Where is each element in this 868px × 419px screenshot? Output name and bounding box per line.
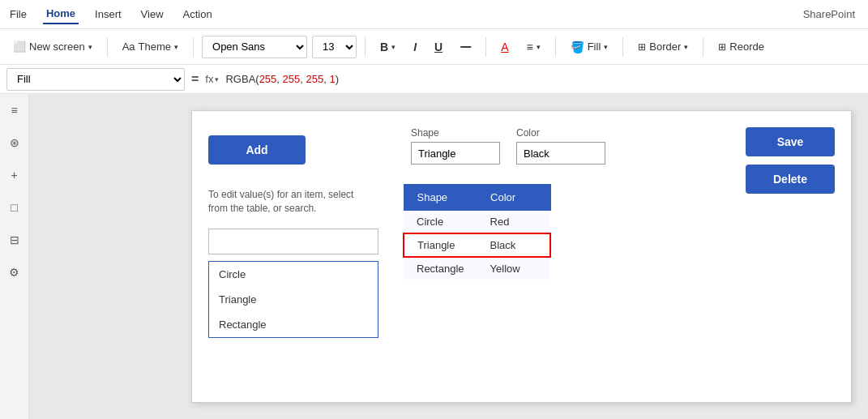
menu-file[interactable]: File [6, 5, 30, 24]
chevron-down-icon-6: ▾ [684, 43, 688, 51]
font-size-select[interactable]: 13 [312, 36, 357, 58]
separator-2 [193, 37, 194, 57]
theme-icon: Aа [122, 41, 135, 53]
separator-1 [107, 37, 108, 57]
new-screen-icon: ⬜ [13, 41, 26, 53]
new-screen-label: New screen [29, 41, 85, 53]
formula-value: RGBA(255, 255, 255, 1) [225, 73, 339, 85]
separator-7 [703, 37, 703, 57]
chevron-down-icon-4: ▾ [537, 43, 541, 51]
sharepoint-label: SharePoint [803, 8, 862, 20]
strikethrough-icon: — [460, 41, 471, 53]
underline-label: U [434, 41, 443, 53]
separator-4 [485, 37, 486, 57]
chevron-down-icon-5: ▾ [604, 43, 608, 51]
rgba-a: 1 [329, 73, 335, 85]
bold-button[interactable]: B ▾ [374, 37, 402, 57]
fill-icon: 🪣 [571, 41, 584, 53]
fx-label: fx ▾ [205, 73, 219, 85]
theme-label: Theme [139, 41, 171, 53]
chevron-down-icon: ▾ [88, 43, 92, 51]
reorder-label: Reorde [729, 41, 764, 53]
menubar-left: File Home Insert View Action [6, 4, 216, 24]
chevron-down-icon-2: ▾ [174, 43, 178, 51]
bold-label: B [380, 41, 388, 53]
fx-text: fx [205, 73, 213, 85]
reorder-icon: ⊞ [718, 41, 726, 53]
italic-label: I [413, 41, 417, 53]
formula-property-select[interactable]: Fill [6, 68, 185, 91]
menu-action[interactable]: Action [180, 5, 216, 24]
separator-3 [365, 37, 366, 57]
menu-view[interactable]: View [138, 5, 167, 24]
strikethrough-button[interactable]: — [454, 37, 477, 56]
menu-home[interactable]: Home [43, 4, 79, 24]
theme-button[interactable]: Aа Theme ▾ [116, 37, 185, 56]
italic-button[interactable]: I [407, 37, 423, 57]
fill-button[interactable]: 🪣 Fill ▾ [564, 37, 615, 57]
font-select[interactable]: Open Sans [202, 36, 307, 58]
separator-6 [622, 37, 623, 57]
font-color-button[interactable]: A [494, 37, 515, 57]
new-screen-button[interactable]: ⬜ New screen ▾ [6, 37, 99, 56]
border-label: Border [649, 41, 681, 53]
chevron-down-icon-7: ▾ [215, 75, 219, 83]
align-icon: ≡ [527, 41, 533, 53]
equals-sign: = [191, 72, 199, 87]
toolbar: ⬜ New screen ▾ Aа Theme ▾ Open Sans 13 B… [0, 29, 868, 65]
rgba-g: 255 [283, 73, 301, 85]
align-button[interactable]: ≡ ▾ [520, 37, 547, 57]
fill-label: Fill [588, 41, 601, 53]
reorder-button[interactable]: ⊞ Reorde [712, 37, 771, 56]
border-icon: ⊞ [638, 41, 646, 53]
menubar: File Home Insert View Action SharePoint [0, 0, 868, 29]
separator-5 [555, 37, 556, 57]
menu-insert[interactable]: Insert [92, 5, 125, 24]
rgba-r: 255 [259, 73, 277, 85]
rgba-b: 255 [306, 73, 324, 85]
border-button[interactable]: ⊞ Border ▾ [631, 37, 695, 56]
underline-button[interactable]: U [428, 37, 449, 57]
chevron-down-icon-3: ▾ [391, 43, 396, 51]
formula-bar: Fill = fx ▾ RGBA(255, 255, 255, 1) [0, 65, 868, 94]
font-color-icon: A [501, 41, 508, 53]
